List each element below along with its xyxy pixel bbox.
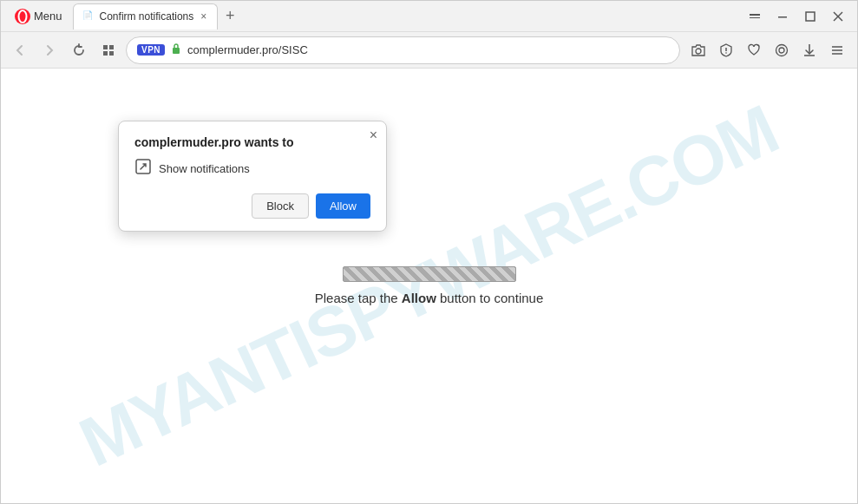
heart-icon — [746, 43, 762, 58]
svg-rect-5 — [806, 12, 815, 21]
svg-rect-9 — [109, 45, 114, 49]
grid-button[interactable] — [96, 38, 121, 62]
external-link-icon — [134, 158, 152, 175]
svg-rect-8 — [103, 45, 108, 49]
camera-icon — [691, 43, 706, 58]
back-button[interactable] — [8, 38, 32, 62]
opera-logo-icon — [15, 9, 30, 24]
tab-title: Confirm notifications — [100, 10, 194, 23]
svg-point-13 — [696, 49, 701, 54]
svg-rect-4 — [778, 16, 787, 18]
popup-permission: Show notifications — [134, 158, 370, 180]
snap-icon — [749, 10, 761, 23]
maximize-button[interactable] — [798, 4, 822, 29]
minimize-button[interactable] — [770, 4, 795, 29]
popup-title: complermuder.pro wants to — [134, 135, 370, 149]
favorites-button[interactable] — [741, 37, 767, 63]
title-bar: Menu 📄 Confirm notifications × + — [1, 1, 857, 32]
svg-point-16 — [779, 48, 784, 53]
svg-rect-3 — [750, 17, 760, 18]
ssl-icon — [170, 43, 182, 57]
refresh-button[interactable] — [67, 38, 91, 62]
popup-actions: Block Allow — [134, 193, 370, 219]
grid-icon — [102, 43, 115, 57]
camera-button[interactable] — [685, 37, 711, 63]
refresh-icon — [72, 43, 86, 57]
forward-icon — [43, 43, 56, 57]
vpn-badge: VPN — [137, 44, 165, 56]
close-icon — [832, 10, 844, 23]
url-text: complermuder.pro/SISC — [187, 43, 669, 56]
allow-button[interactable]: Allow — [316, 193, 370, 219]
toolbar-icons — [685, 37, 850, 63]
tab-bar: 📄 Confirm notifications × + — [73, 3, 743, 29]
svg-point-17 — [776, 44, 788, 56]
snap-button[interactable] — [743, 4, 767, 29]
forward-button[interactable] — [37, 38, 62, 62]
menu-icon — [829, 43, 845, 58]
address-bar: VPN complermuder.pro/SISC — [1, 32, 857, 69]
url-bar[interactable]: VPN complermuder.pro/SISC — [126, 36, 680, 64]
opera-menu[interactable]: Menu — [8, 5, 69, 28]
progress-bar — [343, 266, 516, 282]
minimize-icon — [776, 10, 789, 23]
shield-icon — [718, 43, 734, 58]
tab-favicon-icon: 📄 — [82, 10, 95, 23]
svg-rect-11 — [109, 51, 114, 56]
back-icon — [13, 43, 27, 57]
shield-button[interactable] — [713, 37, 739, 63]
lock-icon — [170, 43, 182, 55]
page-instruction: Please tap the Allow button to continue — [315, 291, 544, 305]
page-content: MYANTISPYWARE.COM Please tap the Allow b… — [1, 69, 857, 503]
instruction-end: button to continue — [436, 291, 543, 305]
new-tab-button[interactable]: + — [218, 4, 242, 29]
instruction-allow: Allow — [402, 291, 436, 305]
notification-permission-icon — [134, 158, 152, 180]
active-tab[interactable]: 📄 Confirm notifications × — [73, 3, 219, 29]
progress-bar-container — [343, 266, 516, 282]
instruction-text: Please tap the — [315, 291, 402, 305]
svg-rect-12 — [173, 48, 180, 54]
menu-button[interactable] — [824, 37, 850, 63]
extensions-button[interactable] — [769, 37, 795, 63]
maximize-icon — [804, 10, 816, 23]
window-controls — [743, 4, 850, 29]
menu-label: Menu — [34, 10, 62, 23]
svg-rect-10 — [103, 51, 108, 56]
download-icon — [802, 43, 817, 58]
notification-popup: complermuder.pro wants to × Show notific… — [118, 121, 387, 232]
browser-window: Menu 📄 Confirm notifications × + — [0, 0, 858, 504]
svg-point-15 — [725, 52, 727, 54]
download-button[interactable] — [796, 37, 822, 63]
tab-close-button[interactable]: × — [199, 10, 208, 23]
extensions-icon — [774, 43, 789, 58]
block-button[interactable]: Block — [252, 193, 309, 219]
close-button[interactable] — [826, 4, 850, 29]
svg-rect-2 — [750, 14, 760, 16]
popup-close-button[interactable]: × — [370, 128, 377, 142]
permission-label: Show notifications — [159, 162, 250, 175]
